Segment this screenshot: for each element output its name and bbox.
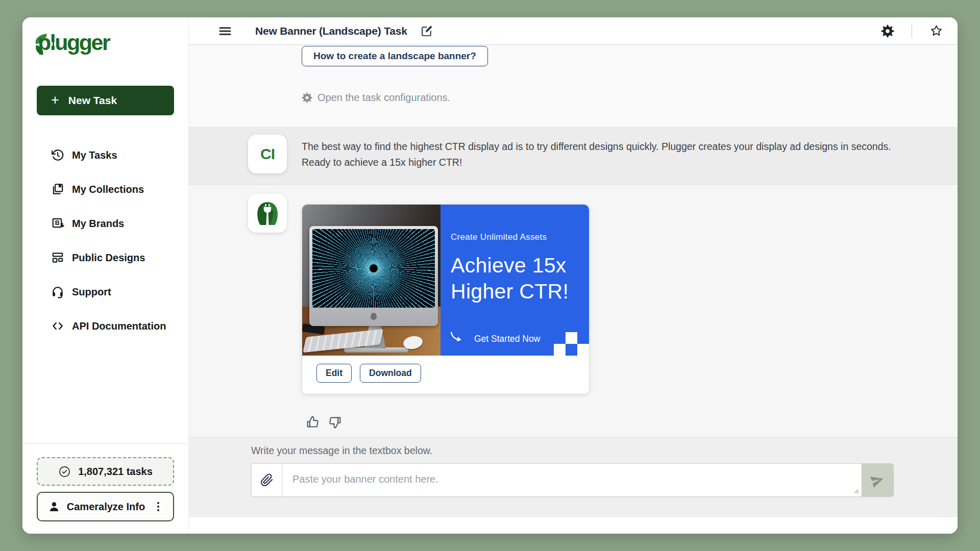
- sidebar-item-label: Support: [72, 286, 111, 298]
- edit-label: Edit: [326, 368, 342, 379]
- gear-icon: [302, 92, 312, 103]
- plus-icon: +: [51, 93, 59, 107]
- sidebar-item-my-collections[interactable]: My Collections: [51, 179, 188, 199]
- message-line: Ready to achieve a 15x higher CTR!: [302, 155, 891, 170]
- plug-avatar-icon: [254, 200, 281, 227]
- plugger-bot-avatar: [248, 194, 287, 233]
- assistant-message-text: The best way to find the highest CTR dis…: [302, 135, 891, 184]
- banner-photo-half: [302, 205, 440, 356]
- headset-icon: [51, 285, 64, 298]
- sidebar-item-api-documentation[interactable]: API Documentation: [51, 316, 188, 336]
- logo-plug-prongs: [51, 42, 56, 46]
- code-icon: [51, 319, 64, 333]
- assistant-avatar-initials: CI: [260, 145, 275, 163]
- sidebar-item-label: My Collections: [72, 184, 144, 195]
- star-icon: [929, 24, 943, 38]
- thumb-down-button[interactable]: [328, 415, 342, 429]
- suggestions-section: How to create a landscape banner? Open t…: [189, 45, 958, 127]
- suggestion-chip[interactable]: How to create a landscape banner?: [302, 46, 488, 66]
- task-header: New Banner (Landscape) Task: [189, 17, 958, 45]
- banner-kicker: Create Unlimited Assets: [451, 232, 582, 242]
- hamburger-menu-button[interactable]: [217, 23, 233, 39]
- generated-banner-card: Create Unlimited Assets Achieve 15x High…: [302, 204, 590, 394]
- account-button[interactable]: Cameralyze Info: [37, 492, 174, 521]
- gear-icon: [881, 24, 894, 38]
- feedback-buttons: [306, 415, 342, 429]
- svg-text:B: B: [55, 219, 60, 227]
- message-input[interactable]: [282, 464, 862, 496]
- person-icon: [48, 500, 60, 513]
- message-textarea-wrapper: [282, 464, 862, 496]
- send-icon: [868, 471, 887, 490]
- sidebar-item-public-designs[interactable]: Public Designs: [51, 247, 188, 268]
- sidebar-bottom: 1,807,321 tasks Cameralyze Info: [22, 443, 188, 534]
- banner-blue-half: Create Unlimited Assets Achieve 15x High…: [440, 205, 589, 356]
- sidebar-item-support[interactable]: Support: [51, 282, 188, 302]
- logo-text: plugger: [38, 31, 188, 55]
- composer-hint: Write your message in the textbox below.: [251, 445, 432, 457]
- banner-card-actions: Edit Download: [302, 356, 589, 394]
- message-line: The best way to find the highest CTR dis…: [302, 139, 891, 155]
- history-icon: [51, 148, 64, 162]
- assistant-message-row: CI The best way to find the highest CTR …: [189, 127, 958, 185]
- favorite-button[interactable]: [929, 24, 943, 38]
- open-task-configurations-link[interactable]: Open the task configurations.: [302, 92, 450, 104]
- thumb-down-icon: [328, 415, 342, 429]
- tasks-count-badge: 1,807,321 tasks: [37, 457, 174, 486]
- download-label: Download: [369, 368, 412, 379]
- attach-file-button[interactable]: [252, 464, 282, 496]
- tasks-count-label: 1,807,321 tasks: [78, 466, 153, 478]
- paperclip-icon: [260, 473, 274, 487]
- sidebar: plugger + New Task My Tasks: [22, 17, 189, 534]
- thumb-up-button[interactable]: [306, 415, 320, 429]
- download-button[interactable]: Download: [360, 364, 421, 383]
- banner-preview-image: Create Unlimited Assets Achieve 15x High…: [302, 205, 589, 356]
- banner-message-row: Create Unlimited Assets Achieve 15x High…: [189, 185, 958, 437]
- settings-button[interactable]: [881, 24, 894, 38]
- header-divider: [912, 24, 912, 38]
- starburst-screen: [312, 229, 435, 308]
- header-actions: [881, 24, 943, 38]
- banner-headline-line: Achieve 15x: [451, 253, 582, 279]
- brand-square-icon: B: [51, 217, 64, 230]
- page-title: New Banner (Landscape) Task: [255, 25, 407, 37]
- check-circle-icon: [58, 465, 71, 478]
- sidebar-item-my-brands[interactable]: B My Brands: [51, 213, 188, 234]
- sidebar-item-my-tasks[interactable]: My Tasks: [51, 145, 188, 165]
- account-label: Cameralyze Info: [67, 501, 145, 513]
- thumb-up-icon: [306, 415, 320, 429]
- main-panel: New Banner (Landscape) Task: [189, 17, 958, 534]
- suggestion-label: How to create a landscape banner?: [313, 51, 476, 62]
- layout-icon: [51, 251, 64, 264]
- sidebar-item-label: API Documentation: [72, 320, 166, 332]
- app-window: plugger + New Task My Tasks: [22, 17, 958, 534]
- edit-square-icon: [421, 24, 433, 37]
- footer-strip: [189, 516, 958, 534]
- hamburger-icon: [217, 23, 233, 39]
- curved-arrow-icon: [449, 331, 470, 345]
- new-task-label: New Task: [68, 94, 117, 107]
- assistant-avatar: CI: [248, 135, 287, 173]
- new-task-button[interactable]: + New Task: [37, 86, 174, 115]
- collections-icon: [51, 183, 64, 196]
- banner-headline: Achieve 15x Higher CTR!: [451, 253, 582, 305]
- edit-button[interactable]: Edit: [316, 364, 352, 383]
- send-button[interactable]: [862, 464, 893, 496]
- kebab-icon: [154, 501, 163, 512]
- composer-input-group: [251, 463, 894, 497]
- config-link-label: Open the task configurations.: [317, 92, 450, 104]
- sidebar-item-label: My Brands: [72, 218, 124, 230]
- sidebar-item-label: My Tasks: [72, 149, 117, 161]
- banner-cta: Get Started Now: [449, 331, 540, 345]
- rename-task-button[interactable]: [421, 24, 433, 37]
- logo: plugger: [22, 17, 188, 61]
- resize-handle[interactable]: [853, 488, 859, 494]
- banner-headline-line: Higher CTR!: [451, 279, 582, 305]
- banner-cta-label: Get Started Now: [474, 334, 540, 345]
- composer-section: Write your message in the textbox below.: [189, 437, 958, 516]
- sidebar-item-label: Public Designs: [72, 252, 145, 264]
- imac-monitor: [309, 226, 438, 326]
- sidebar-menu: My Tasks My Collections B My Brands: [22, 145, 188, 336]
